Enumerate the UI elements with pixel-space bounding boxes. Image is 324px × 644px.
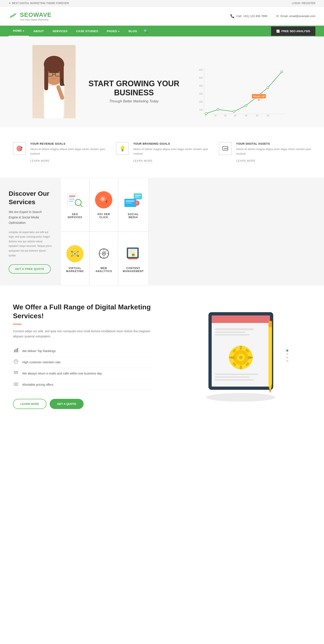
dot-3 <box>286 360 288 362</box>
feature-retention: High customer retention rate. <box>13 356 153 368</box>
feature-response-text: We always return e-mails and calls withi… <box>22 372 102 375</box>
svg-point-83 <box>107 256 108 258</box>
svg-text:400: 400 <box>199 85 203 87</box>
virtual-label: VIRTUAL MARKETING <box>65 267 85 273</box>
chart-icon: 📈 <box>276 30 280 33</box>
svg-text:40: 40 <box>245 114 248 117</box>
svg-rect-91 <box>14 350 15 352</box>
svg-rect-103 <box>215 334 249 336</box>
svg-point-107 <box>239 356 243 359</box>
services-subtitle: We Are Expert in Search Engine & Social … <box>9 209 52 226</box>
email-address: Email: email@example.com <box>281 14 315 18</box>
nav-link-about[interactable]: ABOUT <box>29 26 48 36</box>
social-icon: f <box>123 190 143 210</box>
branding-learn-more[interactable]: LEARN MORE <box>133 159 152 163</box>
digital-content: We Offer a Full Range of Digital Marketi… <box>13 303 153 409</box>
nav-item-home[interactable]: HOME▼ <box>9 26 29 36</box>
nav-link-home[interactable]: HOME▼ <box>9 26 29 36</box>
goals-section: 🎯 YOUR REVENUE GOALS Abore et dolore mag… <box>0 127 324 178</box>
top-bar-right[interactable]: LOGIN / REGISTER <box>292 2 315 5</box>
virtual-icon <box>65 244 85 264</box>
nav-link-services[interactable]: SERVICES <box>48 26 72 36</box>
feature-retention-text: High customer retention rate. <box>22 360 61 364</box>
revenue-learn-more[interactable]: LEARN MORE <box>30 159 50 163</box>
service-card-ppc[interactable]: PAY PER CLICK <box>89 178 118 232</box>
social-label: SOCIAL MEDIA <box>123 213 144 219</box>
nav-link-case-studies[interactable]: CASE STUDIES <box>72 26 103 36</box>
hero-wrapper: START GROWING YOUR BUSINESS Through Bett… <box>32 45 292 118</box>
logo-tagline: One-Stop Digital Marketing <box>20 18 52 21</box>
svg-rect-101 <box>215 328 254 330</box>
svg-text:100: 100 <box>199 109 203 111</box>
nav-search-item[interactable]: 🔍 <box>141 29 150 33</box>
svg-text:◁: ◁ <box>231 355 234 360</box>
digital-assets-learn-more[interactable]: LEARN MORE <box>236 159 255 163</box>
logo-text: SEOWAVE One-Stop Digital Marketing <box>20 12 52 21</box>
svg-rect-118 <box>215 374 258 375</box>
navbar: HOME▼ ABOUT SERVICES CASE STUDIES PAGES▼ <box>0 26 324 36</box>
nav-item-blog[interactable]: BLOG <box>124 26 141 36</box>
logo-name: SEOWAVE <box>20 12 52 18</box>
services-title: Discover Our Services <box>9 189 52 206</box>
svg-rect-93 <box>17 348 18 352</box>
login-register-link[interactable]: LOGIN / REGISTER <box>292 2 315 5</box>
svg-rect-120 <box>215 379 254 380</box>
service-card-content[interactable]: CONTENT MANAGEMENT <box>118 232 148 286</box>
btn-group: LEARN MORE GET A QUOTE <box>13 399 153 409</box>
dot-2 <box>286 356 288 358</box>
svg-rect-56 <box>135 197 139 198</box>
seo-icon <box>65 190 85 210</box>
content-icon <box>123 244 143 264</box>
svg-text:500: 500 <box>199 77 203 79</box>
service-card-analytics[interactable]: WEB ANALYTICS <box>89 232 118 286</box>
illustration-wrapper: ◁ ▷ <box>200 308 282 404</box>
nav-item-pages[interactable]: PAGES▼ <box>103 26 124 36</box>
feature-pricing: Afordable pricing offers. <box>13 379 153 390</box>
rankings-icon <box>13 348 19 354</box>
email-icon: ✉ <box>276 14 279 18</box>
get-quote-button[interactable]: GET A QUOTE <box>50 399 84 409</box>
nav-link-pages[interactable]: PAGES▼ <box>103 26 124 36</box>
service-card-virtual[interactable]: VIRTUAL MARKETING <box>61 232 89 286</box>
pricing-icon <box>13 382 19 388</box>
svg-point-96 <box>15 384 17 385</box>
svg-rect-58 <box>126 200 134 202</box>
nav-item-about[interactable]: ABOUT <box>29 26 48 36</box>
search-icon[interactable]: 🔍 <box>141 26 150 36</box>
feature-rankings: We deliver Top Rankings. <box>13 346 153 356</box>
service-card-seo[interactable]: SEO SERVICES <box>61 178 89 232</box>
side-dots <box>286 350 288 362</box>
nav-item-case-studies[interactable]: CASE STUDIES <box>72 26 103 36</box>
svg-point-67 <box>77 255 79 257</box>
dot-1 <box>286 353 288 355</box>
revenue-content: YOUR REVENUE GOALS Abore et dolore magna… <box>30 142 105 162</box>
nav-link-blog[interactable]: BLOG <box>124 26 141 36</box>
svg-text:50: 50 <box>256 114 259 117</box>
top-bar-text: BEST DIGITAL MARKETING THEME FOREVER! <box>12 2 69 5</box>
analytics-label: WEB ANALYTICS <box>94 267 114 273</box>
logo[interactable]: SEOWAVE One-Stop Digital Marketing <box>9 10 52 22</box>
branding-content: YOUR BRANDING GOALS Abore et dolore magn… <box>133 142 208 162</box>
get-free-quote-button[interactable]: GET A FREE QUOTE <box>9 264 51 274</box>
branding-icon: 💡 <box>116 142 129 155</box>
hero-person-image <box>32 45 76 118</box>
services-section: Discover Our Services We Are Expert in S… <box>0 178 324 286</box>
learn-more-button[interactable]: LEARN MORE <box>13 399 46 409</box>
ppc-label: PAY PER CLICK <box>94 213 114 219</box>
svg-rect-121 <box>268 321 272 386</box>
goal-item-digital: W/O YOUR DIGITAL ASSETS Abore et dolore … <box>219 142 311 162</box>
svg-rect-4 <box>44 64 48 90</box>
nav-cta-button[interactable]: 📈 FREE SEO ANALYSIS <box>271 26 315 36</box>
digital-assets-desc: Abore et dolore magna aliqua enim daga m… <box>236 147 311 156</box>
svg-text:W/O: W/O <box>224 148 228 150</box>
service-card-social[interactable]: f SOCIAL MEDIA <box>118 178 148 232</box>
logo-icon <box>9 10 18 22</box>
svg-marker-53 <box>105 200 107 203</box>
phone-contact: 📞 Call: +(61) 123 456 7890 <box>230 14 267 18</box>
dot-green <box>286 350 288 352</box>
retention-icon <box>13 359 19 365</box>
nav-item-services[interactable]: SERVICES <box>48 26 72 36</box>
svg-text:60: 60 <box>267 114 269 117</box>
title-underline <box>13 324 22 324</box>
feature-list: We deliver Top Rankings. High customer r… <box>13 346 153 390</box>
